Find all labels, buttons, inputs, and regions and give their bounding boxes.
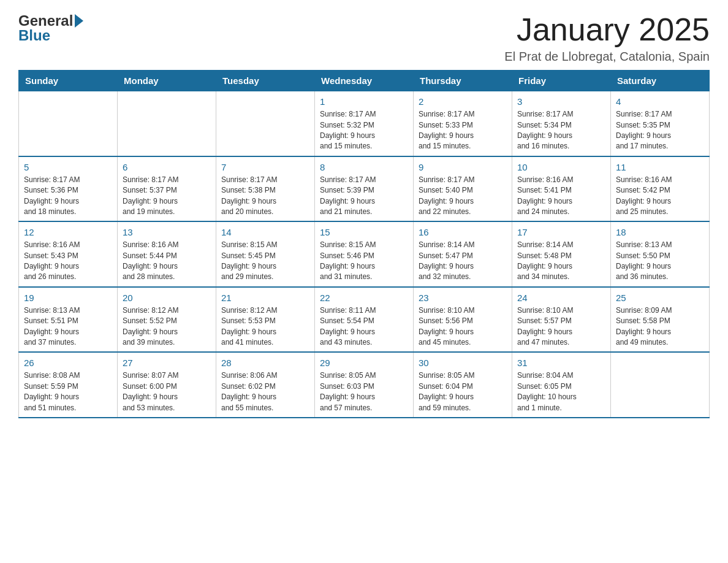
calendar-cell: 16Sunrise: 8:14 AM Sunset: 5:47 PM Dayli… xyxy=(414,221,512,287)
calendar-week-row: 1Sunrise: 8:17 AM Sunset: 5:32 PM Daylig… xyxy=(19,91,710,156)
calendar-cell: 15Sunrise: 8:15 AM Sunset: 5:46 PM Dayli… xyxy=(315,221,414,287)
day-number: 15 xyxy=(320,226,408,239)
day-number: 7 xyxy=(221,161,309,174)
calendar-day-header: Thursday xyxy=(414,71,512,91)
day-info: Sunrise: 8:06 AM Sunset: 6:02 PM Dayligh… xyxy=(221,370,309,413)
day-info: Sunrise: 8:15 AM Sunset: 5:46 PM Dayligh… xyxy=(320,240,408,283)
calendar-cell: 28Sunrise: 8:06 AM Sunset: 6:02 PM Dayli… xyxy=(216,352,315,418)
day-info: Sunrise: 8:10 AM Sunset: 5:56 PM Dayligh… xyxy=(419,305,507,348)
calendar-day-header: Friday xyxy=(512,71,611,91)
day-info: Sunrise: 8:16 AM Sunset: 5:43 PM Dayligh… xyxy=(24,240,112,283)
day-number: 24 xyxy=(517,291,605,304)
day-number: 12 xyxy=(24,226,112,239)
logo-blue-text: Blue xyxy=(18,27,50,44)
calendar-cell: 18Sunrise: 8:13 AM Sunset: 5:50 PM Dayli… xyxy=(611,221,710,287)
page-header: General Blue January 2025 El Prat de Llo… xyxy=(18,12,710,64)
day-info: Sunrise: 8:12 AM Sunset: 5:52 PM Dayligh… xyxy=(123,305,211,348)
day-number: 8 xyxy=(320,161,408,174)
calendar-cell: 3Sunrise: 8:17 AM Sunset: 5:34 PM Daylig… xyxy=(512,91,611,156)
day-info: Sunrise: 8:15 AM Sunset: 5:45 PM Dayligh… xyxy=(221,240,309,283)
day-info: Sunrise: 8:17 AM Sunset: 5:34 PM Dayligh… xyxy=(517,109,605,152)
day-info: Sunrise: 8:04 AM Sunset: 6:05 PM Dayligh… xyxy=(517,370,605,413)
day-number: 6 xyxy=(123,161,211,174)
calendar-table: SundayMondayTuesdayWednesdayThursdayFrid… xyxy=(18,70,710,418)
day-info: Sunrise: 8:17 AM Sunset: 5:35 PM Dayligh… xyxy=(616,109,704,152)
day-number: 13 xyxy=(123,226,211,239)
day-number: 29 xyxy=(320,356,408,369)
day-info: Sunrise: 8:10 AM Sunset: 5:57 PM Dayligh… xyxy=(517,305,605,348)
calendar-day-header: Sunday xyxy=(19,71,118,91)
day-number: 10 xyxy=(517,161,605,174)
calendar-day-header: Saturday xyxy=(611,71,710,91)
day-number: 25 xyxy=(616,291,704,304)
day-number: 14 xyxy=(221,226,309,239)
day-info: Sunrise: 8:17 AM Sunset: 5:32 PM Dayligh… xyxy=(320,109,408,152)
calendar-cell: 4Sunrise: 8:17 AM Sunset: 5:35 PM Daylig… xyxy=(611,91,710,156)
day-info: Sunrise: 8:17 AM Sunset: 5:40 PM Dayligh… xyxy=(419,175,507,218)
calendar-cell: 11Sunrise: 8:16 AM Sunset: 5:42 PM Dayli… xyxy=(611,156,710,222)
day-number: 16 xyxy=(419,226,507,239)
calendar-cell xyxy=(611,352,710,418)
calendar-cell: 29Sunrise: 8:05 AM Sunset: 6:03 PM Dayli… xyxy=(315,352,414,418)
day-info: Sunrise: 8:14 AM Sunset: 5:48 PM Dayligh… xyxy=(517,240,605,283)
calendar-cell xyxy=(216,91,315,156)
day-info: Sunrise: 8:13 AM Sunset: 5:51 PM Dayligh… xyxy=(24,305,112,348)
month-title: January 2025 xyxy=(504,12,710,47)
day-number: 28 xyxy=(221,356,309,369)
day-info: Sunrise: 8:17 AM Sunset: 5:37 PM Dayligh… xyxy=(123,175,211,218)
day-number: 20 xyxy=(123,291,211,304)
day-info: Sunrise: 8:16 AM Sunset: 5:42 PM Dayligh… xyxy=(616,175,704,218)
day-info: Sunrise: 8:08 AM Sunset: 5:59 PM Dayligh… xyxy=(24,370,112,413)
day-number: 31 xyxy=(517,356,605,369)
calendar-cell: 26Sunrise: 8:08 AM Sunset: 5:59 PM Dayli… xyxy=(19,352,118,418)
day-info: Sunrise: 8:14 AM Sunset: 5:47 PM Dayligh… xyxy=(419,240,507,283)
calendar-cell: 20Sunrise: 8:12 AM Sunset: 5:52 PM Dayli… xyxy=(118,287,216,353)
calendar-day-header: Wednesday xyxy=(315,71,414,91)
day-info: Sunrise: 8:17 AM Sunset: 5:39 PM Dayligh… xyxy=(320,175,408,218)
day-info: Sunrise: 8:09 AM Sunset: 5:58 PM Dayligh… xyxy=(616,305,704,348)
calendar-cell: 8Sunrise: 8:17 AM Sunset: 5:39 PM Daylig… xyxy=(315,156,414,222)
calendar-cell: 19Sunrise: 8:13 AM Sunset: 5:51 PM Dayli… xyxy=(19,287,118,353)
calendar-cell: 12Sunrise: 8:16 AM Sunset: 5:43 PM Dayli… xyxy=(19,221,118,287)
day-number: 3 xyxy=(517,95,605,108)
calendar-cell: 31Sunrise: 8:04 AM Sunset: 6:05 PM Dayli… xyxy=(512,352,611,418)
calendar-cell: 13Sunrise: 8:16 AM Sunset: 5:44 PM Dayli… xyxy=(118,221,216,287)
day-info: Sunrise: 8:17 AM Sunset: 5:38 PM Dayligh… xyxy=(221,175,309,218)
day-number: 5 xyxy=(24,161,112,174)
calendar-cell: 17Sunrise: 8:14 AM Sunset: 5:48 PM Dayli… xyxy=(512,221,611,287)
day-info: Sunrise: 8:13 AM Sunset: 5:50 PM Dayligh… xyxy=(616,240,704,283)
day-number: 19 xyxy=(24,291,112,304)
day-number: 18 xyxy=(616,226,704,239)
calendar-cell xyxy=(19,91,118,156)
title-block: January 2025 El Prat de Llobregat, Catal… xyxy=(504,12,710,64)
calendar-cell xyxy=(118,91,216,156)
day-info: Sunrise: 8:05 AM Sunset: 6:04 PM Dayligh… xyxy=(419,370,507,413)
calendar-week-row: 12Sunrise: 8:16 AM Sunset: 5:43 PM Dayli… xyxy=(19,221,710,287)
day-number: 27 xyxy=(123,356,211,369)
calendar-day-header: Monday xyxy=(118,71,216,91)
calendar-cell: 5Sunrise: 8:17 AM Sunset: 5:36 PM Daylig… xyxy=(19,156,118,222)
calendar-cell: 23Sunrise: 8:10 AM Sunset: 5:56 PM Dayli… xyxy=(414,287,512,353)
day-number: 9 xyxy=(419,161,507,174)
day-info: Sunrise: 8:17 AM Sunset: 5:36 PM Dayligh… xyxy=(24,175,112,218)
logo: General Blue xyxy=(18,12,83,44)
calendar-week-row: 19Sunrise: 8:13 AM Sunset: 5:51 PM Dayli… xyxy=(19,287,710,353)
calendar-cell: 27Sunrise: 8:07 AM Sunset: 6:00 PM Dayli… xyxy=(118,352,216,418)
day-info: Sunrise: 8:05 AM Sunset: 6:03 PM Dayligh… xyxy=(320,370,408,413)
location-text: El Prat de Llobregat, Catalonia, Spain xyxy=(504,50,710,64)
logo-triangle-icon xyxy=(75,14,83,28)
calendar-cell: 30Sunrise: 8:05 AM Sunset: 6:04 PM Dayli… xyxy=(414,352,512,418)
calendar-week-row: 26Sunrise: 8:08 AM Sunset: 5:59 PM Dayli… xyxy=(19,352,710,418)
calendar-cell: 9Sunrise: 8:17 AM Sunset: 5:40 PM Daylig… xyxy=(414,156,512,222)
calendar-cell: 25Sunrise: 8:09 AM Sunset: 5:58 PM Dayli… xyxy=(611,287,710,353)
day-info: Sunrise: 8:16 AM Sunset: 5:41 PM Dayligh… xyxy=(517,175,605,218)
calendar-cell: 22Sunrise: 8:11 AM Sunset: 5:54 PM Dayli… xyxy=(315,287,414,353)
day-number: 21 xyxy=(221,291,309,304)
calendar-header-row: SundayMondayTuesdayWednesdayThursdayFrid… xyxy=(19,71,710,91)
day-number: 26 xyxy=(24,356,112,369)
calendar-cell: 1Sunrise: 8:17 AM Sunset: 5:32 PM Daylig… xyxy=(315,91,414,156)
calendar-cell: 24Sunrise: 8:10 AM Sunset: 5:57 PM Dayli… xyxy=(512,287,611,353)
calendar-cell: 7Sunrise: 8:17 AM Sunset: 5:38 PM Daylig… xyxy=(216,156,315,222)
day-number: 22 xyxy=(320,291,408,304)
day-info: Sunrise: 8:16 AM Sunset: 5:44 PM Dayligh… xyxy=(123,240,211,283)
